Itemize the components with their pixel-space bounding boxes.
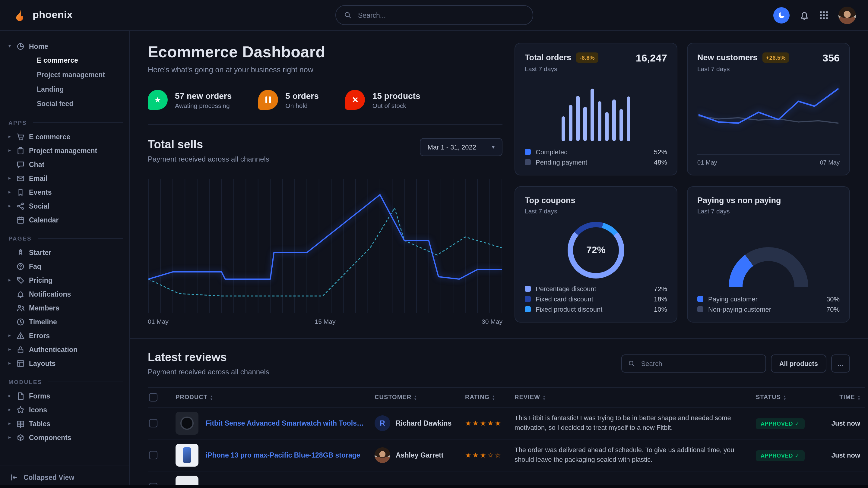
sidebar-item-layouts[interactable]: ▸Layouts	[8, 356, 123, 370]
calendar-icon	[16, 216, 29, 224]
caret-right-icon: ▸	[8, 203, 16, 208]
bar	[576, 96, 580, 141]
total-sells-title: Total sells	[148, 138, 269, 151]
sidebar-item-timeline[interactable]: Timeline	[8, 315, 123, 329]
global-search-input[interactable]	[357, 11, 525, 19]
product-link[interactable]: iPhone 13 pro max-Pacific Blue-128GB sto…	[206, 452, 361, 459]
caret-right-icon: ▸	[8, 421, 16, 426]
sidebar-item-events[interactable]: ▸Events	[8, 185, 123, 199]
new-customers-x-axis: 01 May 07 May	[697, 154, 840, 166]
sidebar-item-project-management[interactable]: ▸Project management	[8, 143, 123, 157]
brand-logo[interactable]: phoenix	[12, 7, 73, 23]
status-badge: APPROVED ✓	[756, 418, 804, 429]
sidebar-subitem-social-feed[interactable]: Social feed	[8, 96, 123, 111]
file-icon	[16, 392, 29, 400]
row-checkbox[interactable]	[149, 451, 157, 459]
sidebar-item-chat[interactable]: Chat	[8, 157, 123, 171]
sort-icon: ▴▾	[414, 395, 416, 400]
sidebar-item-members[interactable]: Members	[8, 301, 123, 315]
all-products-button[interactable]: All products	[771, 355, 826, 372]
sidebar-item-authentication[interactable]: ▸Authentication	[8, 343, 123, 356]
trend-badge: +26.5%	[763, 53, 789, 63]
sidebar-item-components[interactable]: ▸Components	[8, 430, 123, 444]
customer-name: Richard Dawkins	[396, 420, 452, 427]
card-period: Last 7 days	[525, 65, 598, 72]
stat-caption: On hold	[285, 102, 319, 109]
select-all-checkbox[interactable]	[149, 393, 157, 401]
topnav: phoenix	[0, 0, 868, 31]
sidebar-item-home[interactable]: ▾Home	[8, 39, 123, 53]
bar	[627, 96, 630, 141]
sidebar-item-pricing[interactable]: ▸Pricing	[8, 273, 123, 287]
theme-toggle-button[interactable]	[773, 7, 789, 23]
sidebar-item-e-commerce[interactable]: ▸E commerce	[8, 130, 123, 143]
legend-fixed-card-discount: Fixed card discount18%	[525, 295, 667, 303]
sidebar-section-apps: APPS	[8, 119, 123, 126]
review-row: iPhone 13 pro max-Pacific Blue-128GB sto…	[148, 439, 865, 471]
reviews-search[interactable]	[621, 355, 766, 372]
chat-icon	[16, 160, 29, 168]
sidebar-item-tables[interactable]: ▸Tables	[8, 417, 123, 430]
sidebar-item-email[interactable]: ▸Email	[8, 171, 123, 185]
kpi-cards: Total orders -6.8% Last 7 days 16,247 Co…	[515, 43, 850, 329]
share-icon	[16, 202, 29, 210]
card-title: New customers	[697, 53, 757, 62]
sidebar-subitem-landing[interactable]: Landing	[8, 82, 123, 96]
sidebar-item-faq[interactable]: Faq	[8, 259, 123, 273]
x-icon: ×	[345, 90, 365, 110]
paying-card: Paying vs non paying Last 7 days Paying …	[687, 186, 850, 323]
date-range-select[interactable]: Mar 1 - 31, 2022 ▾	[420, 138, 503, 156]
sidebar-item-icons[interactable]: ▸Icons	[8, 403, 123, 417]
sidebar-item-label: Pricing	[29, 276, 53, 284]
sidebar-subitem-e-commerce[interactable]: E commerce	[8, 53, 123, 67]
column-header-rating[interactable]: RATING▴▾	[460, 387, 510, 407]
sidebar-item-errors[interactable]: ▸Errors	[8, 329, 123, 343]
sidebar-item-calendar[interactable]: Calendar	[8, 213, 123, 227]
sidebar-item-social[interactable]: ▸Social	[8, 199, 123, 213]
brand-name: phoenix	[33, 9, 73, 21]
total-sells-chart	[148, 179, 502, 313]
stat-caption: Out of stock	[372, 102, 421, 109]
column-label: RATING	[465, 394, 490, 400]
moon-icon	[777, 11, 786, 19]
apps-grid-icon[interactable]	[819, 10, 829, 20]
notifications-bell-icon[interactable]	[799, 10, 809, 20]
user-avatar[interactable]	[838, 6, 856, 24]
row-checkbox[interactable]	[149, 419, 157, 427]
sidebar-item-label: Members	[29, 304, 59, 312]
more-options-button[interactable]: …	[831, 355, 850, 372]
column-header-time[interactable]: TIME▴▾	[814, 387, 865, 407]
column-header-product[interactable]: PRODUCT▴▾	[171, 387, 370, 407]
reviews-search-input[interactable]	[640, 359, 760, 368]
search-icon	[343, 11, 351, 19]
legend-swatch	[697, 306, 703, 312]
sidebar-item-notifications[interactable]: Notifications	[8, 287, 123, 301]
x-tick: 15 May	[315, 318, 336, 325]
column-header-review[interactable]: REVIEW▴▾	[510, 387, 751, 407]
column-header-customer[interactable]: CUSTOMER▴▾	[370, 387, 460, 407]
sidebar-section-pages: PAGES	[8, 235, 123, 242]
card-value: 356	[823, 53, 840, 65]
review-text: The order was delivered ahead of schedul…	[515, 446, 746, 465]
caret-right-icon: ▸	[8, 189, 16, 195]
warning-icon	[16, 331, 29, 340]
sidebar-item-forms[interactable]: ▸Forms	[8, 389, 123, 403]
sidebar-item-starter[interactable]: Starter	[8, 246, 123, 259]
legend-fixed-product-discount: Fixed product discount10%	[525, 306, 667, 313]
star-icon: ★	[148, 90, 168, 110]
total-orders-card: Total orders -6.8% Last 7 days 16,247 Co…	[515, 43, 677, 175]
column-header-status[interactable]: STATUS▴▾	[751, 387, 814, 407]
sidebar-subitem-project-management[interactable]: Project management	[8, 67, 123, 82]
box-icon	[16, 433, 29, 442]
pie-icon	[16, 42, 29, 50]
legend-value: 72%	[654, 285, 667, 292]
review-text: This Fitbit is fantastic! I was trying t…	[515, 414, 746, 433]
global-search[interactable]	[335, 5, 533, 25]
legend-swatch	[697, 296, 703, 302]
reviews-table: PRODUCT▴▾CUSTOMER▴▾RATING▴▾REVIEW▴▾STATU…	[148, 387, 865, 488]
bar	[583, 107, 587, 141]
column-label: STATUS	[756, 394, 781, 400]
product-link[interactable]: Fitbit Sense Advanced Smartwatch with To…	[206, 420, 365, 427]
pause-icon	[258, 90, 278, 110]
legend-swatch	[525, 149, 531, 155]
